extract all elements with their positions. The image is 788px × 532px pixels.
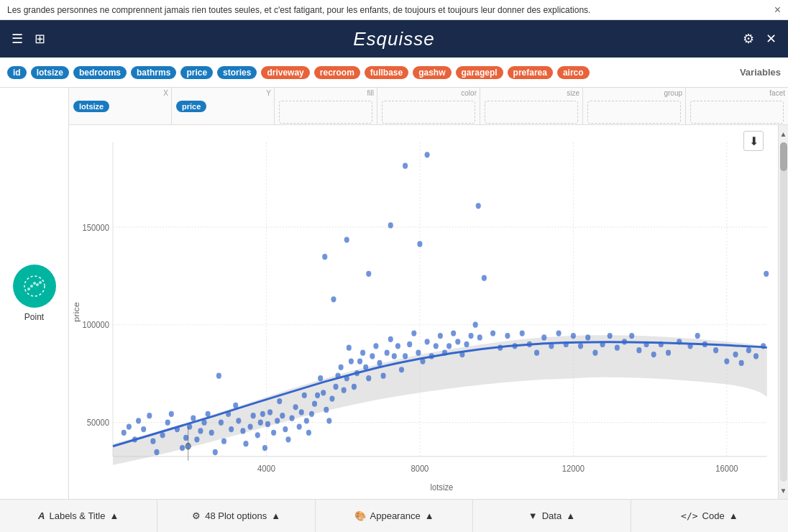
svg-point-135	[556, 330, 561, 336]
var-tag-garagepl[interactable]: garagepl	[456, 66, 503, 79]
tab-plot-options[interactable]: ⚙ 48 Plot options ▲	[157, 500, 315, 532]
bottom-tabs: A Labels & Title ▲ ⚙ 48 Plot options ▲ 🎨…	[0, 499, 788, 532]
svg-point-139	[585, 334, 590, 340]
aesthetic-size[interactable]: size	[480, 88, 583, 124]
scroll-thumb[interactable]	[780, 142, 787, 171]
svg-point-43	[201, 420, 206, 426]
chart-scrollbar[interactable]: ▲ ▼	[778, 125, 788, 499]
svg-point-83	[326, 418, 331, 423]
svg-point-138	[578, 343, 583, 349]
chart-container: ⬇ 150000 100000 5	[69, 125, 778, 499]
tab-labels-title[interactable]: A Labels & Title ▲	[0, 500, 157, 532]
scroll-track[interactable]	[780, 142, 787, 482]
plot-options-expand-icon: ▲	[271, 510, 280, 521]
svg-point-55	[243, 441, 248, 446]
chart-type-icon[interactable]	[13, 265, 56, 308]
var-tag-airco[interactable]: airco	[557, 66, 590, 79]
svg-point-84	[329, 395, 334, 401]
scatter-plot-svg: 150000 100000 50000 price 4000 8000 1200…	[69, 125, 778, 499]
aesthetic-color[interactable]: color	[377, 88, 480, 124]
notification-bar: Les grandes personnes ne comprennent jam…	[0, 0, 788, 20]
svg-point-47	[216, 373, 221, 379]
var-tag-prefarea[interactable]: prefarea	[508, 66, 553, 79]
var-tag-price[interactable]: price	[180, 66, 213, 79]
var-tag-bathrms[interactable]: bathrms	[131, 66, 176, 79]
svg-point-125	[482, 275, 487, 281]
svg-point-134	[549, 343, 554, 349]
tab-data[interactable]: ▼ Data ▲	[473, 500, 631, 532]
grid-icon[interactable]: ⊞	[35, 31, 45, 47]
menu-icon[interactable]: ☰	[12, 31, 23, 47]
svg-point-120	[459, 352, 464, 357]
var-tag-id[interactable]: id	[7, 66, 27, 79]
aesthetic-x-tag[interactable]: lotsize	[73, 101, 109, 112]
var-tag-bedrooms[interactable]: bedrooms	[73, 66, 127, 79]
svg-point-59	[258, 420, 263, 426]
svg-point-86	[336, 373, 341, 379]
var-tag-fullbase[interactable]: fullbase	[365, 66, 408, 79]
svg-point-164	[476, 203, 481, 208]
scroll-down-arrow[interactable]: ▼	[779, 483, 789, 497]
svg-point-122	[469, 333, 474, 339]
svg-point-154	[702, 341, 707, 347]
svg-point-136	[564, 341, 569, 347]
svg-point-1	[27, 288, 30, 290]
svg-point-156	[724, 358, 729, 364]
var-tag-driveway[interactable]: driveway	[261, 66, 309, 79]
svg-point-78	[312, 401, 317, 407]
aesthetic-y[interactable]: Y price	[172, 88, 275, 124]
var-tag-stories[interactable]: stories	[217, 66, 257, 79]
close-icon[interactable]: ✕	[766, 31, 776, 47]
svg-point-37	[180, 445, 185, 451]
tab-code[interactable]: </> Code ▲	[631, 500, 788, 532]
aesthetic-fill-dropzone[interactable]	[279, 101, 372, 124]
svg-point-99	[373, 343, 378, 349]
aesthetic-group-dropzone[interactable]	[587, 101, 681, 124]
notification-close-button[interactable]: ×	[774, 4, 781, 17]
app-header: ☰ ⊞ Esquisse ⚙ ✕	[0, 20, 788, 58]
aesthetic-color-label: color	[461, 89, 477, 97]
aesthetic-size-label: size	[567, 89, 579, 97]
svg-point-109	[411, 330, 416, 336]
tab-appearance[interactable]: 🎨 Appearance ▲	[316, 500, 473, 532]
svg-point-89	[344, 375, 349, 381]
aesthetic-size-dropzone[interactable]	[485, 101, 578, 124]
svg-point-119	[455, 339, 460, 344]
svg-point-60	[260, 411, 265, 417]
svg-point-88	[342, 387, 347, 393]
header-right: ⚙ ✕	[743, 31, 776, 47]
svg-point-102	[385, 350, 390, 356]
svg-point-53	[236, 418, 241, 423]
svg-text:100000: 100000	[83, 320, 110, 331]
settings-icon[interactable]: ⚙	[743, 31, 754, 47]
var-tag-lotsize[interactable]: lotsize	[31, 66, 69, 79]
svg-point-29	[141, 426, 146, 432]
svg-point-111	[420, 358, 425, 364]
aesthetic-fill[interactable]: fill	[275, 88, 377, 124]
svg-text:4000: 4000	[257, 463, 275, 474]
svg-point-4	[36, 283, 39, 286]
svg-point-140	[592, 350, 597, 356]
aesthetic-color-dropzone[interactable]	[382, 101, 475, 124]
svg-point-41	[194, 436, 199, 442]
svg-point-82	[324, 407, 329, 413]
svg-point-142	[608, 333, 613, 339]
variables-label: Variables	[740, 67, 781, 78]
svg-point-133	[541, 334, 546, 340]
aesthetic-facet-dropzone[interactable]	[690, 101, 784, 124]
data-expand-icon: ▲	[566, 510, 575, 521]
svg-point-51	[229, 426, 234, 432]
svg-point-130	[520, 330, 525, 336]
svg-point-3	[33, 282, 36, 285]
aesthetic-x[interactable]: X lotsize	[69, 88, 172, 124]
svg-point-129	[513, 343, 518, 349]
svg-point-42	[198, 428, 203, 434]
svg-point-34	[165, 420, 170, 426]
aesthetic-facet[interactable]: facet	[686, 88, 788, 124]
aesthetic-group[interactable]: group	[583, 88, 686, 124]
var-tag-gashw[interactable]: gashw	[413, 66, 451, 79]
aesthetic-y-tag[interactable]: price	[176, 101, 206, 112]
var-tag-recroom[interactable]: recroom	[314, 66, 360, 79]
download-button[interactable]: ⬇	[743, 131, 764, 151]
scroll-up-arrow[interactable]: ▲	[779, 127, 789, 141]
